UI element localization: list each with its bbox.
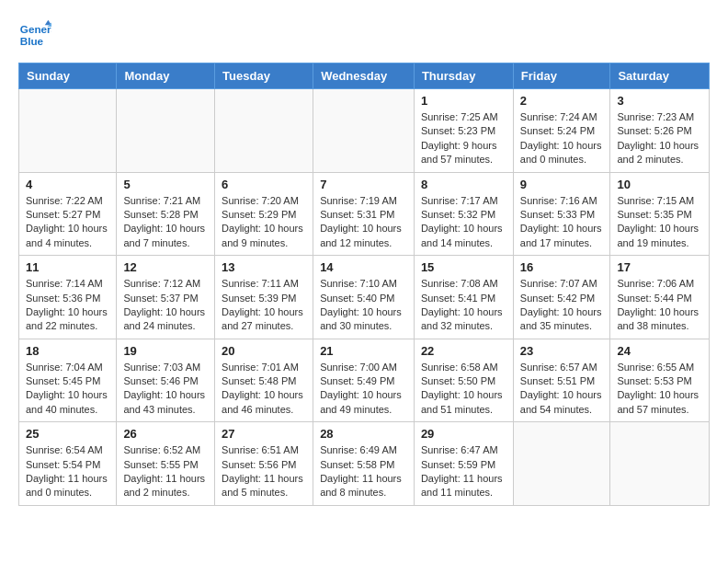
day-number: 29	[421, 427, 506, 441]
weekday-header: Wednesday	[313, 63, 415, 89]
calendar-week-row: 1Sunrise: 7:25 AM Sunset: 5:23 PM Daylig…	[19, 89, 710, 173]
weekday-header: Monday	[117, 63, 215, 89]
calendar-cell: 18Sunrise: 7:04 AM Sunset: 5:45 PM Dayli…	[19, 339, 117, 422]
cell-text: Sunrise: 7:07 AM Sunset: 5:42 PM Dayligh…	[520, 277, 604, 334]
cell-text: Sunrise: 7:21 AM Sunset: 5:28 PM Dayligh…	[123, 194, 208, 251]
calendar-cell: 5Sunrise: 7:21 AM Sunset: 5:28 PM Daylig…	[117, 172, 215, 256]
calendar-cell: 3Sunrise: 7:23 AM Sunset: 5:26 PM Daylig…	[610, 89, 710, 173]
cell-text: Sunrise: 7:10 AM Sunset: 5:40 PM Dayligh…	[320, 277, 407, 334]
calendar-cell: 10Sunrise: 7:15 AM Sunset: 5:35 PM Dayli…	[610, 172, 710, 256]
calendar-cell: 7Sunrise: 7:19 AM Sunset: 5:31 PM Daylig…	[313, 172, 415, 256]
calendar-cell: 26Sunrise: 6:52 AM Sunset: 5:55 PM Dayli…	[117, 422, 215, 506]
cell-text: Sunrise: 7:17 AM Sunset: 5:32 PM Dayligh…	[421, 194, 506, 251]
day-number: 26	[123, 427, 208, 441]
cell-text: Sunrise: 6:51 AM Sunset: 5:56 PM Dayligh…	[222, 443, 306, 500]
calendar-cell: 19Sunrise: 7:03 AM Sunset: 5:46 PM Dayli…	[117, 339, 215, 422]
cell-text: Sunrise: 6:55 AM Sunset: 5:53 PM Dayligh…	[617, 361, 702, 418]
cell-text: Sunrise: 6:54 AM Sunset: 5:54 PM Dayligh…	[26, 443, 109, 500]
day-number: 1	[421, 94, 506, 108]
cell-text: Sunrise: 6:57 AM Sunset: 5:51 PM Dayligh…	[520, 361, 604, 418]
calendar-cell: 8Sunrise: 7:17 AM Sunset: 5:32 PM Daylig…	[414, 172, 513, 256]
day-number: 15	[421, 260, 506, 274]
calendar-cell	[513, 422, 610, 506]
calendar-cell: 13Sunrise: 7:11 AM Sunset: 5:39 PM Dayli…	[215, 256, 313, 339]
day-number: 13	[222, 260, 306, 274]
day-number: 9	[520, 178, 604, 191]
day-number: 14	[320, 260, 407, 274]
calendar-cell	[117, 89, 215, 173]
cell-text: Sunrise: 7:24 AM Sunset: 5:24 PM Dayligh…	[520, 110, 604, 167]
calendar-cell: 4Sunrise: 7:22 AM Sunset: 5:27 PM Daylig…	[19, 172, 117, 256]
calendar-cell: 27Sunrise: 6:51 AM Sunset: 5:56 PM Dayli…	[215, 422, 313, 506]
calendar-cell: 6Sunrise: 7:20 AM Sunset: 5:29 PM Daylig…	[215, 172, 313, 256]
day-number: 22	[421, 344, 506, 358]
calendar-cell: 2Sunrise: 7:24 AM Sunset: 5:24 PM Daylig…	[513, 89, 610, 173]
weekday-header: Saturday	[610, 63, 710, 89]
calendar-cell: 11Sunrise: 7:14 AM Sunset: 5:36 PM Dayli…	[19, 256, 117, 339]
cell-text: Sunrise: 7:00 AM Sunset: 5:49 PM Dayligh…	[320, 361, 407, 418]
calendar-cell: 17Sunrise: 7:06 AM Sunset: 5:44 PM Dayli…	[610, 256, 710, 339]
day-number: 25	[26, 427, 109, 441]
calendar-cell: 23Sunrise: 6:57 AM Sunset: 5:51 PM Dayli…	[513, 339, 610, 422]
cell-text: Sunrise: 7:01 AM Sunset: 5:48 PM Dayligh…	[222, 361, 306, 418]
day-number: 24	[617, 344, 702, 358]
day-number: 10	[617, 178, 702, 191]
calendar-cell	[610, 422, 710, 506]
calendar-week-row: 18Sunrise: 7:04 AM Sunset: 5:45 PM Dayli…	[19, 339, 710, 422]
day-number: 3	[617, 94, 702, 108]
day-number: 6	[222, 178, 306, 191]
cell-text: Sunrise: 6:49 AM Sunset: 5:58 PM Dayligh…	[320, 443, 407, 500]
weekday-header: Tuesday	[215, 63, 313, 89]
day-number: 8	[421, 178, 506, 191]
cell-text: Sunrise: 7:25 AM Sunset: 5:23 PM Dayligh…	[421, 110, 506, 167]
cell-text: Sunrise: 7:03 AM Sunset: 5:46 PM Dayligh…	[123, 361, 208, 418]
cell-text: Sunrise: 6:47 AM Sunset: 5:59 PM Dayligh…	[421, 443, 506, 500]
cell-text: Sunrise: 7:06 AM Sunset: 5:44 PM Dayligh…	[617, 277, 702, 334]
cell-text: Sunrise: 7:04 AM Sunset: 5:45 PM Dayligh…	[26, 361, 109, 418]
day-number: 5	[123, 178, 208, 191]
day-number: 27	[222, 427, 306, 441]
calendar-week-row: 25Sunrise: 6:54 AM Sunset: 5:54 PM Dayli…	[19, 422, 710, 506]
day-number: 7	[320, 178, 407, 191]
calendar-cell: 9Sunrise: 7:16 AM Sunset: 5:33 PM Daylig…	[513, 172, 610, 256]
svg-text:Blue: Blue	[20, 35, 44, 47]
calendar-table: SundayMondayTuesdayWednesdayThursdayFrid…	[18, 63, 710, 506]
calendar-cell: 20Sunrise: 7:01 AM Sunset: 5:48 PM Dayli…	[215, 339, 313, 422]
cell-text: Sunrise: 7:19 AM Sunset: 5:31 PM Dayligh…	[320, 194, 407, 251]
calendar-cell	[19, 89, 117, 173]
weekday-header: Sunday	[19, 63, 117, 89]
weekday-header: Thursday	[414, 63, 513, 89]
calendar-cell: 12Sunrise: 7:12 AM Sunset: 5:37 PM Dayli…	[117, 256, 215, 339]
day-number: 12	[123, 260, 208, 274]
calendar-cell	[313, 89, 415, 173]
cell-text: Sunrise: 7:12 AM Sunset: 5:37 PM Dayligh…	[123, 277, 208, 334]
calendar-cell: 22Sunrise: 6:58 AM Sunset: 5:50 PM Dayli…	[414, 339, 513, 422]
logo: General Blue	[18, 18, 57, 52]
calendar-week-row: 4Sunrise: 7:22 AM Sunset: 5:27 PM Daylig…	[19, 172, 710, 256]
calendar-cell: 21Sunrise: 7:00 AM Sunset: 5:49 PM Dayli…	[313, 339, 415, 422]
calendar-week-row: 11Sunrise: 7:14 AM Sunset: 5:36 PM Dayli…	[19, 256, 710, 339]
calendar-cell: 25Sunrise: 6:54 AM Sunset: 5:54 PM Dayli…	[19, 422, 117, 506]
day-number: 11	[26, 260, 109, 274]
calendar-cell: 1Sunrise: 7:25 AM Sunset: 5:23 PM Daylig…	[414, 89, 513, 173]
day-number: 21	[320, 344, 407, 358]
day-number: 23	[520, 344, 604, 358]
cell-text: Sunrise: 7:23 AM Sunset: 5:26 PM Dayligh…	[617, 110, 702, 167]
cell-text: Sunrise: 7:16 AM Sunset: 5:33 PM Dayligh…	[520, 194, 604, 251]
calendar-cell: 15Sunrise: 7:08 AM Sunset: 5:41 PM Dayli…	[414, 256, 513, 339]
cell-text: Sunrise: 7:08 AM Sunset: 5:41 PM Dayligh…	[421, 277, 506, 334]
day-number: 19	[123, 344, 208, 358]
cell-text: Sunrise: 6:58 AM Sunset: 5:50 PM Dayligh…	[421, 361, 506, 418]
day-number: 17	[617, 260, 702, 274]
cell-text: Sunrise: 7:14 AM Sunset: 5:36 PM Dayligh…	[26, 277, 109, 334]
weekday-header: Friday	[513, 63, 610, 89]
calendar-cell: 24Sunrise: 6:55 AM Sunset: 5:53 PM Dayli…	[610, 339, 710, 422]
calendar-cell	[215, 89, 313, 173]
cell-text: Sunrise: 7:22 AM Sunset: 5:27 PM Dayligh…	[26, 194, 109, 251]
cell-text: Sunrise: 7:11 AM Sunset: 5:39 PM Dayligh…	[222, 277, 306, 334]
cell-text: Sunrise: 6:52 AM Sunset: 5:55 PM Dayligh…	[123, 443, 208, 500]
calendar-cell: 28Sunrise: 6:49 AM Sunset: 5:58 PM Dayli…	[313, 422, 415, 506]
day-number: 16	[520, 260, 604, 274]
day-number: 4	[26, 178, 109, 191]
day-number: 28	[320, 427, 407, 441]
